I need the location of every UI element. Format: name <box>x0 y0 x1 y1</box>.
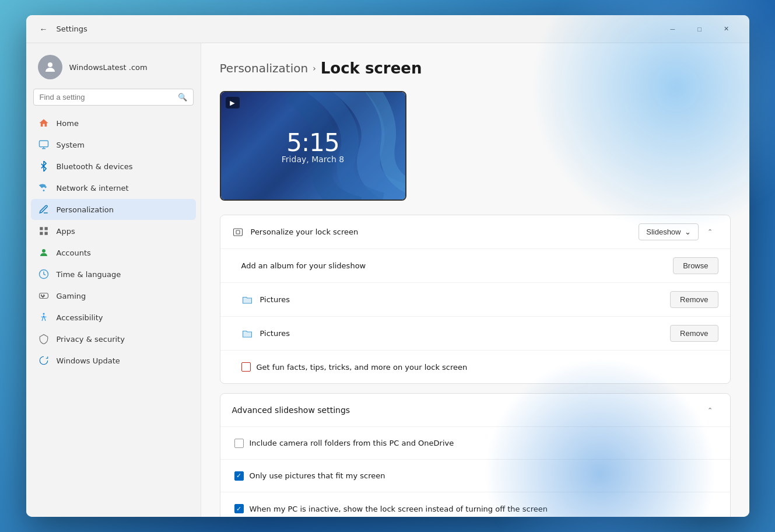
sidebar-label-bluetooth: Bluetooth & devices <box>57 162 133 171</box>
sidebar-label-update: Windows Update <box>57 356 120 365</box>
sidebar-item-personalization[interactable]: Personalization <box>31 199 196 220</box>
svg-point-7 <box>42 249 45 253</box>
slideshow-value: Slideshow <box>646 228 681 236</box>
inactive-label: When my PC is inactive, show the lock sc… <box>250 505 548 513</box>
folder-name-1: Pictures <box>260 295 664 304</box>
add-album-row: Add an album for your slideshow Browse <box>220 249 730 283</box>
content-area: WindowsLatest .com 🔍 Home System <box>26 43 749 517</box>
sidebar-item-privacy[interactable]: Privacy & security <box>31 328 196 349</box>
pictures-row-2: Pictures Remove <box>220 317 730 351</box>
breadcrumb-current: Lock screen <box>321 60 422 77</box>
sidebar-item-time[interactable]: Time & language <box>31 264 196 285</box>
sidebar-item-apps[interactable]: Apps <box>31 220 196 242</box>
camera-roll-label: Include camera roll folders from this PC… <box>250 439 454 447</box>
fit-screen-label: Only use pictures that fit my screen <box>250 471 385 480</box>
sidebar-label-time: Time & language <box>57 270 121 279</box>
svg-point-10 <box>43 313 44 315</box>
camera-roll-row: Include camera roll folders from this PC… <box>220 427 730 460</box>
sidebar-label-gaming: Gaming <box>57 292 86 300</box>
breadcrumb: Personalization › Lock screen <box>220 60 731 77</box>
personalize-label: Personalize your lock screen <box>251 228 632 236</box>
browse-button[interactable]: Browse <box>673 257 718 274</box>
lock-time: 5:15 <box>286 128 339 157</box>
sidebar-label-accessibility: Accessibility <box>57 313 103 322</box>
folder-icon-2 <box>241 328 253 340</box>
home-icon <box>38 117 50 129</box>
preview-play-icon: ▶ <box>226 97 240 108</box>
svg-point-0 <box>48 62 52 67</box>
sidebar-item-gaming[interactable]: Gaming <box>31 285 196 306</box>
add-album-label: Add an album for your slideshow <box>241 261 667 270</box>
advanced-section: Advanced slideshow settings ⌃ Include ca… <box>220 393 731 517</box>
lock-preview-overlay: ▶ <box>221 92 405 113</box>
sidebar-item-accessibility[interactable]: Accessibility <box>31 307 196 328</box>
fun-facts-row: Get fun facts, tips, tricks, and more on… <box>220 351 730 383</box>
fun-facts-checkbox[interactable] <box>241 362 251 372</box>
remove-button-2[interactable]: Remove <box>670 325 718 342</box>
fun-facts-wrapper: Get fun facts, tips, tricks, and more on… <box>241 362 468 372</box>
svg-point-2 <box>43 190 44 191</box>
close-button[interactable]: ✕ <box>713 20 740 38</box>
svg-rect-12 <box>233 229 242 236</box>
sidebar-label-network: Network & internet <box>57 184 129 192</box>
fit-screen-wrapper: ✓ Only use pictures that fit my screen <box>234 471 385 481</box>
add-album-control: Browse <box>673 257 718 274</box>
back-button[interactable]: ← <box>36 21 52 37</box>
username: WindowsLatest .com <box>69 63 148 72</box>
folder-icon-1 <box>241 294 253 306</box>
sidebar-item-update[interactable]: Windows Update <box>31 350 196 371</box>
window-controls: ─ □ ✕ <box>660 20 740 38</box>
sidebar-label-apps: Apps <box>57 227 75 236</box>
maximize-button[interactable]: □ <box>686 20 713 38</box>
window-title: Settings <box>57 24 87 33</box>
dropdown-chevron: ⌄ <box>685 228 691 236</box>
advanced-title: Advanced slideshow settings <box>232 405 702 415</box>
camera-roll-checkbox[interactable] <box>234 439 244 448</box>
lock-date: Friday, March 8 <box>282 155 344 164</box>
minimize-button[interactable]: ─ <box>660 20 686 38</box>
sidebar-item-system[interactable]: System <box>31 134 196 155</box>
sidebar-item-home[interactable]: Home <box>31 113 196 134</box>
apps-icon <box>38 225 50 237</box>
sidebar-label-privacy: Privacy & security <box>57 335 125 344</box>
breadcrumb-parent[interactable]: Personalization <box>220 61 308 75</box>
remove-button-1[interactable]: Remove <box>670 291 718 308</box>
sidebar-label-personalization: Personalization <box>57 205 114 214</box>
time-icon <box>38 268 50 280</box>
search-input[interactable] <box>40 93 173 102</box>
svg-rect-4 <box>44 227 47 230</box>
personalize-control: Slideshow ⌄ ⌃ <box>639 223 718 240</box>
fit-screen-row: ✓ Only use pictures that fit my screen <box>220 460 730 492</box>
svg-rect-13 <box>236 230 240 234</box>
sidebar-label-accounts: Accounts <box>57 249 91 257</box>
svg-rect-3 <box>40 227 43 230</box>
accessibility-icon <box>38 312 50 323</box>
inactive-row: ✓ When my PC is inactive, show the lock … <box>220 492 730 517</box>
network-icon <box>38 182 50 194</box>
inactive-wrapper: ✓ When my PC is inactive, show the lock … <box>234 504 548 513</box>
sidebar-item-bluetooth[interactable]: Bluetooth & devices <box>31 156 196 177</box>
lock-screen-preview: 5:15 Friday, March 8 ▶ <box>220 91 406 201</box>
sidebar-label-system: System <box>57 141 85 149</box>
fun-facts-label: Get fun facts, tips, tricks, and more on… <box>257 363 468 372</box>
breadcrumb-separator: › <box>313 64 316 73</box>
personalize-expand-btn[interactable]: ⌃ <box>702 224 718 240</box>
advanced-header[interactable]: Advanced slideshow settings ⌃ <box>220 394 730 427</box>
sidebar-item-accounts[interactable]: Accounts <box>31 242 196 263</box>
search-box[interactable]: 🔍 <box>33 89 194 106</box>
main-content: Personalization › Lock screen 5:15 Frida… <box>201 43 749 517</box>
titlebar: ← Settings ─ □ ✕ <box>26 15 749 43</box>
inactive-checkbox[interactable]: ✓ <box>234 504 244 513</box>
personalization-icon <box>38 204 50 215</box>
slideshow-dropdown[interactable]: Slideshow ⌄ <box>639 223 698 240</box>
sidebar-item-network[interactable]: Network & internet <box>31 177 196 198</box>
fit-screen-checkbox[interactable]: ✓ <box>234 471 244 481</box>
advanced-expand-btn[interactable]: ⌃ <box>702 402 718 418</box>
avatar <box>38 55 62 79</box>
system-icon <box>38 139 50 150</box>
search-icon: 🔍 <box>178 93 187 102</box>
folder-2-control: Remove <box>670 325 718 342</box>
folder-1-control: Remove <box>670 291 718 308</box>
privacy-icon <box>38 333 50 345</box>
sidebar-label-home: Home <box>57 119 79 128</box>
